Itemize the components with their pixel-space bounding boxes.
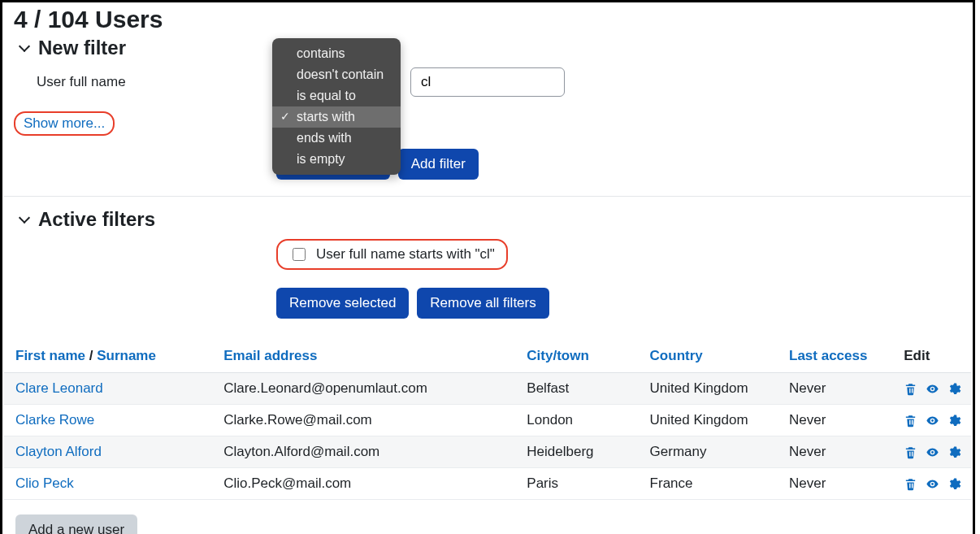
user-city: Paris	[520, 468, 643, 500]
user-last-access: Never	[783, 373, 897, 405]
operator-option[interactable]: is equal to	[272, 85, 401, 106]
trash-icon[interactable]	[904, 477, 917, 491]
user-email: Clare.Leonard@openumlaut.com	[217, 373, 520, 405]
user-last-access: Never	[783, 468, 897, 500]
col-edit: Edit	[897, 340, 971, 373]
table-row: Clayton AlfordClayton.Alford@mail.comHei…	[4, 436, 971, 468]
add-user-button[interactable]: Add a new user	[15, 514, 137, 534]
trash-icon[interactable]	[904, 414, 917, 428]
user-name-link[interactable]: Clare Leonard	[15, 380, 103, 396]
operator-option[interactable]: starts with	[272, 106, 401, 128]
chevron-down-icon	[19, 214, 30, 225]
gear-icon[interactable]	[947, 477, 961, 491]
operator-option[interactable]: doesn't contain	[272, 64, 401, 85]
col-country[interactable]: Country	[650, 348, 703, 363]
col-last-access[interactable]: Last access	[789, 348, 867, 363]
col-first-name[interactable]: First name	[15, 348, 85, 363]
user-city: London	[520, 405, 643, 436]
add-filter-button[interactable]: Add filter	[398, 149, 479, 180]
gear-icon[interactable]	[947, 445, 961, 459]
trash-icon[interactable]	[904, 445, 917, 459]
eye-icon[interactable]	[926, 477, 939, 491]
user-city: Belfast	[520, 373, 643, 405]
filter-value-input[interactable]	[410, 67, 565, 97]
operator-option[interactable]: is empty	[272, 149, 401, 170]
user-last-access: Never	[783, 436, 897, 468]
active-filter-checkbox[interactable]	[293, 248, 306, 261]
user-name-link[interactable]: Clio Peck	[15, 475, 74, 491]
col-email[interactable]: Email address	[223, 348, 317, 363]
user-email: Clio.Peck@mail.com	[217, 468, 520, 500]
user-country: United Kingdom	[644, 405, 783, 436]
table-row: Clarke RoweClarke.Rowe@mail.comLondonUni…	[4, 405, 971, 436]
gear-icon[interactable]	[947, 414, 961, 428]
user-email: Clayton.Alford@mail.com	[217, 436, 520, 468]
user-name-link[interactable]: Clarke Rowe	[15, 412, 94, 428]
user-city: Heidelberg	[520, 436, 643, 468]
col-surname[interactable]: Surname	[97, 348, 156, 363]
operator-option[interactable]: contains	[272, 43, 401, 64]
active-filters-title: Active filters	[38, 208, 155, 231]
user-country: United Kingdom	[644, 373, 783, 405]
show-more-link[interactable]: Show more...	[24, 115, 105, 131]
active-filter-highlight: User full name starts with "cl"	[276, 239, 508, 270]
table-row: Clio PeckClio.Peck@mail.comParisFranceNe…	[4, 468, 971, 500]
eye-icon[interactable]	[926, 382, 939, 396]
gear-icon[interactable]	[947, 382, 961, 396]
remove-all-filters-button[interactable]: Remove all filters	[417, 288, 549, 319]
eye-icon[interactable]	[926, 445, 939, 459]
user-last-access: Never	[783, 405, 897, 436]
active-filters-header[interactable]: Active filters	[19, 208, 971, 231]
new-filter-header[interactable]: New filter	[19, 37, 971, 59]
eye-icon[interactable]	[926, 414, 939, 428]
user-name-link[interactable]: Clayton Alford	[15, 444, 102, 459]
new-filter-title: New filter	[38, 37, 126, 59]
filter-field-label: User full name	[37, 74, 272, 90]
operator-option[interactable]: ends with	[272, 128, 401, 149]
show-more-highlight: Show more...	[14, 111, 115, 136]
page-title: 4 / 104 Users	[14, 6, 971, 33]
divider	[4, 196, 971, 197]
users-table: First name / Surname Email address City/…	[4, 340, 971, 500]
user-country: France	[644, 468, 783, 500]
active-filter-text: User full name starts with "cl"	[316, 246, 495, 263]
table-row: Clare LeonardClare.Leonard@openumlaut.co…	[4, 373, 971, 405]
col-city[interactable]: City/town	[527, 348, 589, 363]
trash-icon[interactable]	[904, 382, 917, 396]
user-email: Clarke.Rowe@mail.com	[217, 405, 520, 436]
user-country: Germany	[644, 436, 783, 468]
chevron-down-icon	[19, 42, 30, 54]
operator-dropdown[interactable]: containsdoesn't containis equal tostarts…	[272, 38, 401, 175]
remove-selected-button[interactable]: Remove selected	[276, 288, 409, 319]
header-slash: /	[89, 348, 97, 363]
